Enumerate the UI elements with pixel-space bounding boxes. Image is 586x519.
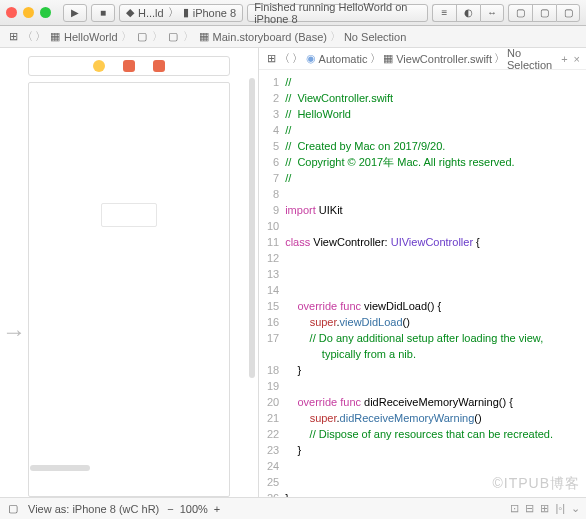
crumb-selection[interactable]: No Selection (344, 31, 406, 43)
automatic-icon: ◉ (305, 52, 317, 66)
constraint-icon[interactable]: ⊡ (510, 502, 519, 515)
zoom-out-button[interactable]: − (167, 503, 173, 515)
back-icon[interactable]: 〈 (279, 51, 290, 66)
storyboard-icon: ▦ (197, 30, 211, 44)
editor-mode-group: ≡ ◐ ↔ (432, 4, 504, 22)
crumb-file[interactable]: ViewController.swift (396, 53, 492, 65)
source-editor[interactable]: 1//2// ViewController.swift3// HelloWorl… (259, 70, 586, 497)
outline-toggle-icon[interactable]: ▢ (6, 502, 20, 516)
minimize-icon[interactable] (23, 7, 34, 18)
editor-split: → ⊞ 〈 〉 ◉ Automatic 〉 ▦ ViewController.s… (0, 48, 586, 497)
chevron-right-icon: 〉 (168, 5, 179, 20)
window-toolbar: ▶ ■ ◆ H...ld 〉 ▮ iPhone 8 Finished runni… (0, 0, 586, 26)
placeholder-view[interactable] (101, 203, 157, 227)
run-button[interactable]: ▶ (63, 4, 87, 22)
storyboard-canvas[interactable] (28, 82, 230, 497)
embed-icon[interactable]: ⌄ (571, 502, 580, 515)
activity-status: Finished running HelloWorld on iPhone 8 (247, 4, 428, 22)
horizontal-scrollbar[interactable] (30, 465, 90, 471)
vertical-scrollbar[interactable] (249, 78, 255, 378)
storyboard-panel (0, 48, 259, 497)
forward-icon[interactable]: 〉 (35, 29, 46, 44)
app-icon: ◆ (126, 6, 134, 19)
view-as-label[interactable]: View as: iPhone 8 (wC hR) (28, 503, 159, 515)
crumb-mode[interactable]: Automatic (319, 53, 368, 65)
zoom-control: − 100% + (167, 503, 220, 515)
version-editor-button[interactable]: ↔ (480, 4, 504, 22)
panel-toggle-group: ▢ ▢ ▢ (508, 4, 580, 22)
back-icon[interactable]: 〈 (22, 29, 33, 44)
folder-icon: ▢ (166, 30, 180, 44)
device-label: iPhone 8 (193, 7, 236, 19)
pin-icon[interactable]: ⊞ (540, 502, 549, 515)
toggle-navigator-button[interactable]: ▢ (508, 4, 532, 22)
toggle-debug-button[interactable]: ▢ (532, 4, 556, 22)
scheme-label: H...ld (138, 7, 164, 19)
folder-icon: ▢ (135, 30, 149, 44)
related-items-icon[interactable]: ⊞ (6, 30, 20, 44)
crumb-project[interactable]: HelloWorld (64, 31, 118, 43)
first-responder-icon (123, 60, 135, 72)
assistant-editor-button[interactable]: ◐ (456, 4, 480, 22)
toggle-utilities-button[interactable]: ▢ (556, 4, 580, 22)
zoom-level: 100% (180, 503, 208, 515)
zoom-in-button[interactable]: + (214, 503, 220, 515)
swift-file-icon: ▦ (383, 52, 395, 66)
forward-icon[interactable]: 〉 (292, 51, 303, 66)
crumb-selection[interactable]: No Selection (507, 47, 559, 71)
crumb-file[interactable]: Main.storyboard (Base) (213, 31, 327, 43)
jump-bar-right: ⊞ 〈 〉 ◉ Automatic 〉 ▦ ViewController.swi… (259, 48, 586, 70)
window-controls (6, 7, 51, 18)
maximize-icon[interactable] (40, 7, 51, 18)
resolve-icon[interactable]: |◦| (555, 502, 565, 515)
project-icon: ▦ (48, 30, 62, 44)
close-icon[interactable] (6, 7, 17, 18)
close-assistant-icon[interactable]: × (574, 53, 580, 65)
status-text: Finished running HelloWorld on iPhone 8 (254, 1, 421, 25)
viewcontroller-icon (93, 60, 105, 72)
scene-header[interactable] (28, 56, 230, 76)
related-items-icon[interactable]: ⊞ (265, 52, 277, 66)
jump-bar-left: ⊞ 〈 〉 ▦ HelloWorld 〉 ▢ 〉 ▢ 〉 ▦ Main.stor… (0, 26, 586, 48)
scheme-selector[interactable]: ◆ H...ld 〉 ▮ iPhone 8 (119, 4, 243, 22)
canvas-bottom-bar: ▢ View as: iPhone 8 (wC hR) − 100% + ⊡ ⊟… (0, 497, 586, 519)
standard-editor-button[interactable]: ≡ (432, 4, 456, 22)
align-icon[interactable]: ⊟ (525, 502, 534, 515)
add-assistant-icon[interactable]: + (561, 53, 567, 65)
watermark: ©ITPUB博客 (492, 475, 580, 493)
stop-button[interactable]: ■ (91, 4, 115, 22)
device-icon: ▮ (183, 6, 189, 19)
assistant-editor: ⊞ 〈 〉 ◉ Automatic 〉 ▦ ViewController.swi… (259, 48, 586, 497)
exit-icon (153, 60, 165, 72)
